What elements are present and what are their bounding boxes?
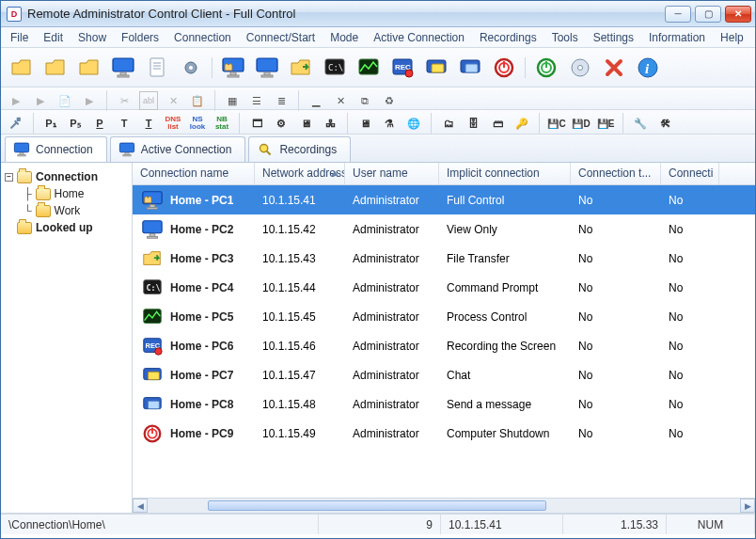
table-row[interactable]: Home - PC610.1.15.46AdministratorRecordi… [133,331,755,360]
rec-icon[interactable] [387,53,417,83]
table-row[interactable]: Home - PC210.1.15.42AdministratorView On… [133,214,755,244]
table-row[interactable]: Home - PC810.1.15.48AdministratorSend a … [133,389,755,419]
drive-d-button[interactable]: 💾D [572,114,591,133]
horizontal-scrollbar[interactable]: ◀ ▶ [133,498,755,513]
power-icon[interactable] [489,53,519,83]
box-icon[interactable]: ✕ [331,91,350,110]
monitor-view-icon[interactable] [252,53,282,83]
table-row[interactable]: Home - PC110.1.15.41AdministratorFull Co… [133,185,755,214]
tab-connection[interactable]: Connection [5,136,107,162]
play3-icon[interactable]: ▶ [80,91,99,110]
misc-icon-m[interactable]: 🛠 [655,114,674,133]
menu-active-connection[interactable]: Active Connection [368,29,470,46]
dns-list-button[interactable]: DNSlist [164,114,182,133]
command-prompt-icon[interactable] [320,53,350,83]
misc-icon-c[interactable]: 🖥 [296,114,315,133]
table-row[interactable]: Home - PC310.1.15.43AdministratorFile Tr… [133,244,755,273]
chat-yellow-icon[interactable] [421,53,451,83]
power-green-icon[interactable] [531,53,561,83]
p1-button[interactable]: P₁ [41,114,60,133]
document-list-icon[interactable] [142,53,172,83]
column-ct[interactable]: Connection t... [571,163,661,184]
table-row[interactable]: Home - PC710.1.15.47AdministratorChatNoN… [133,360,755,389]
grid-detail-icon[interactable]: ≣ [272,91,291,110]
collapse-icon[interactable]: − [5,173,13,182]
column-cx[interactable]: Connecti [661,163,719,184]
table-row[interactable]: Home - PC510.1.15.45AdministratorProcess… [133,302,755,331]
column-user[interactable]: User name [345,163,439,184]
cut-icon[interactable]: ✂ [115,91,134,110]
chart-process-icon[interactable] [354,53,384,83]
misc-icon-l[interactable]: 🔧 [631,114,650,133]
folder-plus-icon[interactable] [7,53,37,83]
copy-icon[interactable]: ⧉ [355,91,374,110]
open-doc-icon[interactable]: 📄 [55,91,74,110]
menu-mode[interactable]: Mode [324,29,364,46]
drive-e-button[interactable]: 💾E [596,114,615,133]
misc-icon-h[interactable]: 🗂 [439,114,458,133]
paste-icon[interactable]: 📋 [188,91,207,110]
t2-button[interactable]: T [139,114,158,133]
p5-button[interactable]: P₅ [66,114,85,133]
monitor-hand-icon[interactable] [218,53,248,83]
misc-icon-e[interactable]: 🖥 [355,114,374,133]
monitor-gear-icon[interactable] [176,53,206,83]
info-icon[interactable] [633,53,663,83]
t-button[interactable]: T [115,114,134,133]
tree-item-looked-up[interactable]: Looked up [5,219,128,236]
scroll-left-icon[interactable]: ◀ [133,499,148,513]
folder-search-icon[interactable] [74,53,104,83]
folder-transfer-icon[interactable] [286,53,316,83]
play2-icon[interactable]: ▶ [31,91,50,110]
misc-icon-a[interactable]: 🗔 [247,114,266,133]
folder-arrow-icon[interactable] [40,53,71,83]
tree-item-work[interactable]: └ Work [5,202,128,219]
monitor-sync-icon[interactable] [108,53,138,83]
menu-file[interactable]: File [5,29,34,46]
tree-item-home[interactable]: ├ Home [5,185,128,202]
tab-recordings[interactable]: Recordings [248,136,351,162]
menu-connection[interactable]: Connection [168,29,237,46]
table-row[interactable]: Home - PC910.1.15.49AdministratorCompute… [133,419,755,448]
tree-root-connection[interactable]: − Connection [5,168,128,185]
disc-icon[interactable] [565,53,595,83]
recycle-icon[interactable]: ♻ [380,91,399,110]
menu-help[interactable]: Help [715,29,749,46]
min-icon[interactable]: ▁ [307,91,325,110]
column-mode[interactable]: Implicit connection [439,163,571,184]
misc-icon-j[interactable]: 🗃 [488,114,507,133]
misc-icon-b[interactable]: ⚙ [272,114,291,133]
table-row[interactable]: Home - PC410.1.15.44AdministratorCommand… [133,273,755,302]
ns-look-button[interactable]: NSlook [188,114,207,133]
maximize-button[interactable]: ▢ [695,6,721,23]
menu-show[interactable]: Show [72,29,112,46]
play-icon[interactable]: ▶ [7,91,25,110]
drive-c-button[interactable]: 💾C [547,114,566,133]
grid-large-icon[interactable]: ▦ [223,91,242,110]
delete-red-icon[interactable] [599,53,629,83]
scroll-thumb[interactable] [208,500,546,511]
menu-information[interactable]: Information [643,29,711,46]
menu-tools[interactable]: Tools [546,29,584,46]
grid-list-icon[interactable]: ☰ [247,91,266,110]
abl-icon[interactable]: abl [139,91,158,110]
minimize-button[interactable]: ─ [665,6,691,23]
chat-blue-icon[interactable] [455,53,485,83]
nb-stat-button[interactable]: NBstat [213,114,231,133]
column-name[interactable]: Connection name [133,163,255,184]
misc-icon-i[interactable]: 🗄 [464,114,482,133]
column-addr[interactable]: Network address [255,163,345,184]
menu-folders[interactable]: Folders [116,29,165,46]
scroll-right-icon[interactable]: ▶ [740,499,755,513]
menu-settings[interactable]: Settings [588,29,639,46]
tools-icon[interactable] [7,114,25,133]
p-button[interactable]: P [90,114,109,133]
misc-icon-d[interactable]: 🖧 [321,114,339,133]
menu-recordings[interactable]: Recordings [474,29,543,46]
misc-icon-k[interactable]: 🔑 [512,114,531,133]
menu-edit[interactable]: Edit [38,29,69,46]
delete-icon[interactable]: ✕ [164,91,182,110]
misc-icon-f[interactable]: ⚗ [380,114,399,133]
close-button[interactable]: ✕ [725,6,751,23]
menu-connect-start[interactable]: Connect/Start [241,29,321,46]
